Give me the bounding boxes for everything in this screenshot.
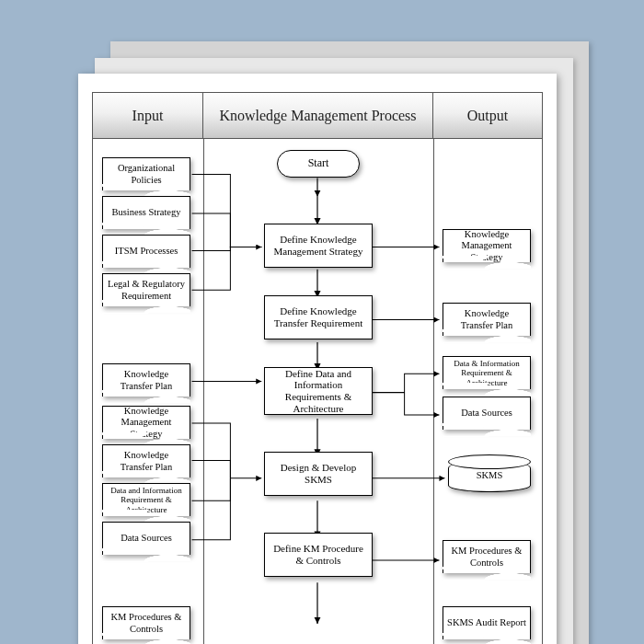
input-data-info-req: Data and Information Requirement & Archi… bbox=[102, 483, 190, 516]
col-header-process: Knowledge Management Process bbox=[203, 93, 433, 138]
output-skms-db: SKMS bbox=[448, 461, 531, 492]
process-define-km-strategy: Define Knowledge Management Strategy bbox=[264, 224, 373, 268]
input-legal-regulatory: Legal & Regulatory Requirement bbox=[102, 273, 190, 306]
input-km-strategy: Knowledge Management Strategy bbox=[102, 406, 190, 439]
process-define-km-procedure: Define KM Procedure & Controls bbox=[264, 533, 373, 577]
input-ktp: Knowledge Transfer Plan bbox=[102, 363, 190, 397]
terminal-start: Start bbox=[277, 150, 360, 178]
body-area: Start Define Knowledge Management Strate… bbox=[93, 139, 542, 644]
output-km-strategy: Knowledge Management Strategy bbox=[443, 229, 531, 262]
header-row: Input Knowledge Management Process Outpu… bbox=[93, 93, 542, 139]
input-business-strategy: Business Strategy bbox=[102, 196, 190, 229]
output-kt-plan: Knowledge Transfer Plan bbox=[443, 303, 531, 336]
output-data-info-req: Data & Information Requirement & Archite… bbox=[443, 356, 531, 389]
output-km-proc-controls: KM Procedures & Controls bbox=[443, 540, 531, 573]
process-design-develop-skms: Design & Develop SKMS bbox=[264, 452, 373, 496]
output-skms-audit: SKMS Audit Report bbox=[443, 606, 531, 639]
page-front: Input Knowledge Management Process Outpu… bbox=[78, 74, 557, 644]
swimlane-grid: Input Knowledge Management Process Outpu… bbox=[92, 92, 543, 644]
output-data-sources: Data Sources bbox=[443, 397, 531, 430]
input-data-sources: Data Sources bbox=[102, 522, 190, 555]
col-header-output: Output bbox=[433, 93, 542, 138]
input-org-policies: Organizational Policies bbox=[102, 157, 190, 190]
input-itsm-processes: ITSM Processes bbox=[102, 235, 190, 268]
process-define-kt-requirement: Define Knowledge Transfer Requirement bbox=[264, 295, 373, 339]
document-stack: Input Knowledge Management Process Outpu… bbox=[78, 51, 566, 644]
col-header-input: Input bbox=[93, 93, 203, 138]
input-ktp2: Knowledge Transfer Plan bbox=[102, 444, 190, 477]
process-define-data-info-req: Define Data and Information Requirements… bbox=[264, 367, 373, 415]
input-km-proc-controls: KM Procedures & Controls bbox=[102, 606, 190, 639]
